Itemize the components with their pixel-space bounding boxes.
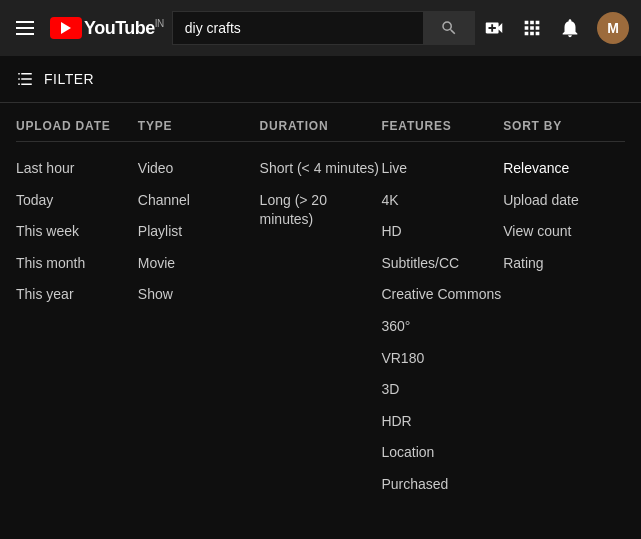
apps-icon[interactable] xyxy=(521,17,543,39)
filter-bar: FILTER xyxy=(0,56,641,103)
avatar[interactable]: M xyxy=(597,12,629,44)
filter-long[interactable]: Long (> 20 minutes) xyxy=(260,186,382,235)
search-bar xyxy=(172,11,475,45)
search-icon xyxy=(440,19,458,37)
type-column: TYPE Video Channel Playlist Movie Show xyxy=(138,119,260,500)
youtube-wordmark: YouTubeIN xyxy=(84,18,164,39)
filter-movie[interactable]: Movie xyxy=(138,249,260,279)
upload-date-header: UPLOAD DATE xyxy=(16,119,138,142)
youtube-logo[interactable]: YouTubeIN xyxy=(50,17,164,39)
filter-location[interactable]: Location xyxy=(381,438,503,468)
features-header: FEATURES xyxy=(381,119,503,142)
filter-hdr[interactable]: HDR xyxy=(381,407,503,437)
search-button[interactable] xyxy=(423,11,475,45)
type-header: TYPE xyxy=(138,119,260,142)
filter-vr180[interactable]: VR180 xyxy=(381,344,503,374)
duration-header: DURATION xyxy=(260,119,382,142)
filter-this-week[interactable]: This week xyxy=(16,217,138,247)
search-input[interactable] xyxy=(172,11,423,45)
filter-this-year[interactable]: This year xyxy=(16,280,138,310)
header-right: M xyxy=(483,12,629,44)
filter-hd[interactable]: HD xyxy=(381,217,503,247)
sort-rating[interactable]: Rating xyxy=(503,249,625,279)
header-left: YouTubeIN xyxy=(12,17,164,39)
filter-columns: UPLOAD DATE Last hour Today This week Th… xyxy=(0,103,641,516)
filter-3d[interactable]: 3D xyxy=(381,375,503,405)
filter-channel[interactable]: Channel xyxy=(138,186,260,216)
filter-show[interactable]: Show xyxy=(138,280,260,310)
sort-by-column: SORT BY Relevance Upload date View count… xyxy=(503,119,625,500)
youtube-play-icon xyxy=(50,17,82,39)
header: YouTubeIN M xyxy=(0,0,641,56)
filter-360[interactable]: 360° xyxy=(381,312,503,342)
filter-4k[interactable]: 4K xyxy=(381,186,503,216)
sort-view-count[interactable]: View count xyxy=(503,217,625,247)
features-column: FEATURES Live 4K HD Subtitles/CC Creativ… xyxy=(381,119,503,500)
filter-icon xyxy=(16,70,34,88)
hamburger-menu-icon[interactable] xyxy=(12,17,38,39)
filter-today[interactable]: Today xyxy=(16,186,138,216)
upload-date-column: UPLOAD DATE Last hour Today This week Th… xyxy=(16,119,138,500)
filter-last-hour[interactable]: Last hour xyxy=(16,154,138,184)
filter-live[interactable]: Live xyxy=(381,154,503,184)
camera-plus-icon xyxy=(483,17,505,39)
filter-playlist[interactable]: Playlist xyxy=(138,217,260,247)
filter-subtitles[interactable]: Subtitles/CC xyxy=(381,249,503,279)
sort-upload-date[interactable]: Upload date xyxy=(503,186,625,216)
filter-short[interactable]: Short (< 4 minutes) xyxy=(260,154,382,184)
sort-by-header: SORT BY xyxy=(503,119,625,142)
duration-column: DURATION Short (< 4 minutes) Long (> 20 … xyxy=(260,119,382,500)
notifications-icon[interactable] xyxy=(559,17,581,39)
filter-video[interactable]: Video xyxy=(138,154,260,184)
filter-label: FILTER xyxy=(44,71,94,87)
filter-purchased[interactable]: Purchased xyxy=(381,470,503,500)
filter-creative-commons[interactable]: Creative Commons xyxy=(381,280,503,310)
filter-this-month[interactable]: This month xyxy=(16,249,138,279)
sort-relevance[interactable]: Relevance xyxy=(503,154,625,184)
create-video-icon[interactable] xyxy=(483,17,505,39)
